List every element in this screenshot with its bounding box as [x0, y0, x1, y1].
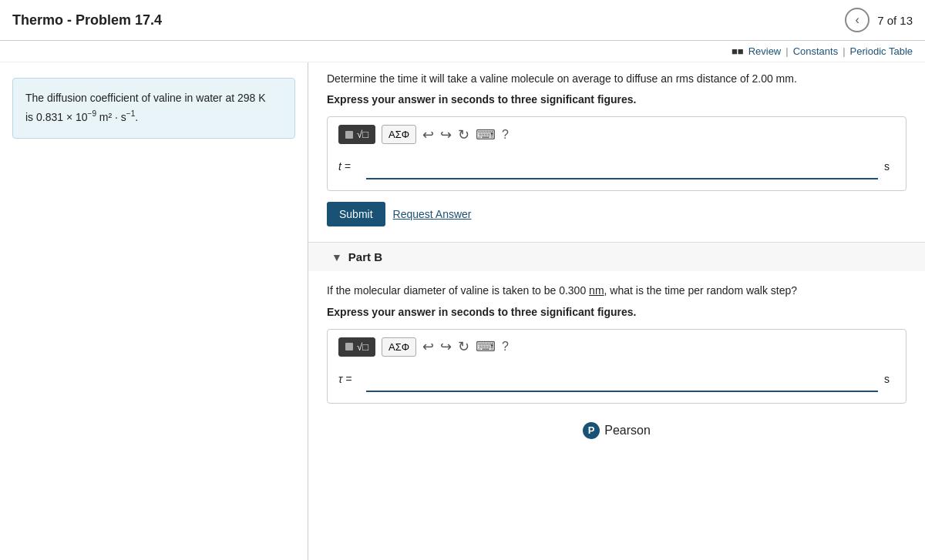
part-b-answer-container: √□ ΑΣΦ ↩ ↪ ↻ ⌨ ? τ = s: [327, 329, 906, 404]
part-a-section: Determine the time it will take a valine…: [327, 70, 906, 226]
prev-button[interactable]: ‹: [845, 8, 870, 32]
submit-button[interactable]: Submit: [327, 202, 385, 226]
given-text-line2: is 0.831 × 10−9 m² · s−1.: [25, 111, 138, 123]
part-a-answer-input[interactable]: [366, 153, 878, 179]
given-info-box: The diffusion coefficient of valine in w…: [12, 78, 295, 139]
help-button[interactable]: ?: [502, 128, 509, 142]
part-b-unit: s: [884, 373, 895, 385]
part-b-problem-text: If the molecular diameter of valine is t…: [327, 282, 906, 299]
undo-button[interactable]: ↩: [422, 126, 434, 143]
part-a-input-row: t = s: [338, 153, 895, 179]
separator1: |: [785, 45, 788, 57]
pearson-footer: P Pearson: [327, 414, 906, 442]
sidebar: The diffusion coefficient of valine in w…: [0, 62, 308, 560]
pearson-circle-letter: P: [588, 424, 595, 436]
part-b-small-square-icon: [345, 343, 353, 350]
part-a-submit-row: Submit Request Answer: [327, 202, 906, 226]
part-b-label: Part B: [348, 250, 382, 263]
greek-label: ΑΣΦ: [388, 129, 409, 140]
nm-unit: nm: [589, 284, 604, 297]
part-a-toolbar: √□ ΑΣΦ ↩ ↪ ↻ ⌨ ?: [338, 125, 895, 144]
part-b-help-button[interactable]: ?: [502, 340, 509, 354]
request-answer-link[interactable]: Request Answer: [393, 208, 472, 220]
refresh-button[interactable]: ↻: [458, 126, 469, 143]
problem-count: 7 of 13: [877, 14, 913, 27]
part-b-undo-button[interactable]: ↩: [422, 338, 434, 355]
part-b-fraction-button[interactable]: √□: [338, 337, 375, 357]
navigation-controls: ‹ 7 of 13: [845, 8, 913, 32]
part-b-keyboard-icon[interactable]: ⌨: [476, 338, 496, 355]
book-icon: ■■: [732, 45, 744, 57]
given-text-line1: The diffusion coefficient of valine in w…: [25, 92, 266, 104]
small-square-icon: [345, 131, 353, 139]
part-b-greek-button[interactable]: ΑΣΦ: [382, 337, 416, 357]
part-a-unit: s: [884, 160, 895, 173]
part-b-toolbar: √□ ΑΣΦ ↩ ↪ ↻ ⌨ ?: [338, 337, 895, 357]
neg-one-exp: −1: [126, 110, 135, 119]
part-b-input-label: τ =: [338, 373, 360, 385]
periodic-table-link[interactable]: Periodic Table: [850, 45, 913, 57]
page-header: Thermo - Problem 17.4 ‹ 7 of 13: [0, 0, 925, 41]
part-b-instruction: Express your answer in seconds to three …: [327, 306, 906, 318]
part-a-instruction: Express your answer in seconds to three …: [327, 93, 906, 106]
part-b-toggle-icon[interactable]: ▼: [331, 251, 342, 263]
page-title: Thermo - Problem 17.4: [12, 12, 162, 29]
main-layout: The diffusion coefficient of valine in w…: [0, 62, 925, 560]
part-b-greek-label: ΑΣΦ: [388, 341, 409, 353]
utility-bar: ■■ Review | Constants | Periodic Table: [0, 41, 925, 62]
part-b-input-row: τ = s: [338, 366, 895, 392]
exponent: −9: [88, 110, 96, 119]
review-link[interactable]: Review: [748, 45, 782, 57]
fraction-button[interactable]: √□: [338, 125, 375, 144]
part-b-sqrt-icon: √□: [357, 341, 368, 353]
sqrt-icon: √□: [357, 129, 368, 140]
part-a-problem-text: Determine the time it will take a valine…: [327, 70, 906, 87]
part-b-redo-button[interactable]: ↪: [440, 338, 452, 355]
part-a-input-label: t =: [338, 160, 360, 173]
redo-button[interactable]: ↪: [440, 126, 452, 143]
part-b-refresh-button[interactable]: ↻: [458, 338, 469, 355]
main-content: Determine the time it will take a valine…: [308, 62, 925, 560]
pearson-brand-name: Pearson: [604, 424, 651, 438]
keyboard-icon[interactable]: ⌨: [476, 126, 496, 143]
part-b-answer-input[interactable]: [366, 366, 878, 392]
part-a-answer-container: √□ ΑΣΦ ↩ ↪ ↻ ⌨ ? t = s: [327, 116, 906, 191]
separator2: |: [843, 45, 845, 57]
part-b-section: If the molecular diameter of valine is t…: [327, 282, 906, 441]
pearson-logo-circle: P: [583, 422, 600, 439]
constants-link[interactable]: Constants: [793, 45, 839, 57]
chevron-left-icon: ‹: [855, 13, 859, 27]
part-b-header[interactable]: ▼ Part B: [308, 242, 925, 271]
greek-button[interactable]: ΑΣΦ: [382, 125, 416, 144]
